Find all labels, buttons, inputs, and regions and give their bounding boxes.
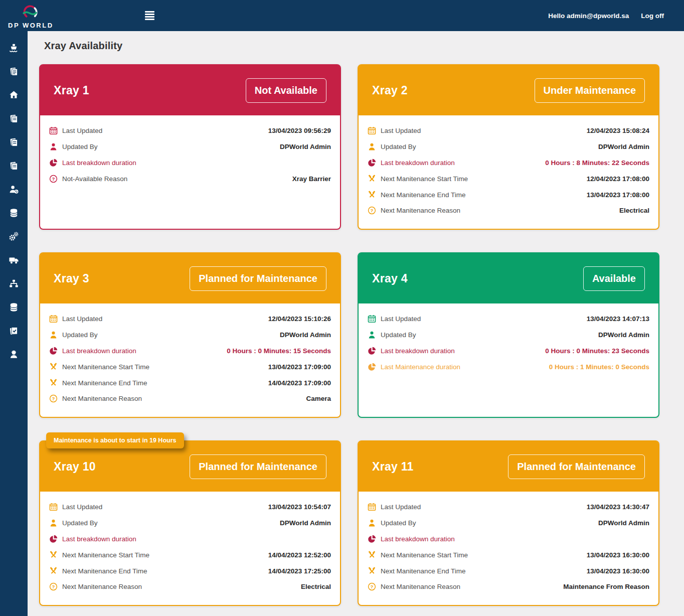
- menu-toggle-button[interactable]: [142, 8, 157, 23]
- field-value: Camera: [306, 395, 331, 402]
- field-value: 13/04/2023 16:30:00: [587, 551, 649, 559]
- documents-icon[interactable]: [7, 135, 21, 149]
- greeting-link[interactable]: Hello admin@dpworld.sa: [548, 12, 629, 20]
- user-icon: [368, 142, 376, 151]
- card-field-row: Next Manitenance End Time 14/04/2023 17:…: [49, 375, 331, 391]
- tools-icon: [49, 363, 58, 371]
- field-value: DPWorld Admin: [598, 143, 649, 150]
- question-circle-icon: ?: [49, 394, 58, 403]
- question-circle-icon: ?: [49, 175, 58, 183]
- card-title: Xray 11: [372, 460, 414, 474]
- card-field-row: Last breakdown duration: [368, 531, 649, 547]
- card-field-row: Updated By DPWorld Admin: [368, 515, 649, 531]
- card-field-row: Last breakdown duration 0 Hours : 0 Minu…: [368, 343, 649, 359]
- gears-icon[interactable]: [7, 230, 21, 243]
- status-badge: Planned for Maintenance: [190, 454, 326, 479]
- calendar-icon: [368, 315, 376, 323]
- documents-icon[interactable]: [7, 112, 21, 125]
- xray-card-xray-2: Xray 2 Under Maintenance Last Updated 12…: [358, 64, 659, 230]
- sidebar-nav: [0, 31, 28, 616]
- card-header: Xray 4 Available: [359, 253, 658, 303]
- card-field-row: Last Updated 12/04/2023 15:08:24: [368, 123, 649, 139]
- sitemap-icon[interactable]: [7, 277, 21, 290]
- pie-chart-icon: [368, 159, 376, 167]
- card-field-row: Updated By DPWorld Admin: [368, 139, 649, 155]
- xray-card-xray-1: Xray 1 Not Available Last Updated 13/04/…: [39, 64, 341, 230]
- user-edit-icon[interactable]: [7, 183, 21, 196]
- field-value: DPWorld Admin: [280, 519, 331, 527]
- svg-text:?: ?: [371, 208, 374, 213]
- xray-card-xray-3: Xray 3 Planned for Maintenance Last Upda…: [39, 252, 341, 418]
- pie-chart-icon: [368, 535, 376, 543]
- field-label: Next Manitenance End Time: [381, 567, 466, 575]
- news-pages-icon[interactable]: [7, 65, 21, 78]
- field-label: Next Manitenance Reason: [62, 583, 142, 590]
- home-icon[interactable]: [7, 88, 21, 102]
- field-value: 0 Hours : 0 Minutes: 15 Seconds: [227, 347, 331, 355]
- documents-icon[interactable]: [7, 159, 21, 173]
- svg-text:?: ?: [371, 584, 374, 589]
- field-value: 12/04/2023 15:08:24: [587, 127, 649, 134]
- field-value: DPWorld Admin: [280, 143, 331, 150]
- field-value: 0 Hours : 0 Minutes: 23 Seconds: [545, 347, 649, 355]
- field-value: 14/04/2023 17:09:00: [268, 379, 331, 387]
- field-value: 0 Hours : 1 Minutes: 0 Seconds: [549, 363, 649, 371]
- database-icon[interactable]: [7, 300, 21, 314]
- logoff-link[interactable]: Log off: [641, 12, 664, 20]
- truck-icon[interactable]: [7, 253, 21, 267]
- user-icon: [368, 331, 376, 339]
- card-body: Last Updated 13/04/2023 09:56:29 Updated…: [40, 115, 340, 192]
- card-header: Xray 3 Planned for Maintenance: [40, 253, 340, 303]
- field-label: Next Manitenance End Time: [381, 191, 466, 199]
- page-title: Xray Availability: [44, 40, 659, 52]
- main-layout: Xray Availability Xray 1 Not Available L…: [0, 31, 684, 616]
- ship-icon[interactable]: [7, 41, 21, 55]
- calendar-icon: [368, 503, 376, 511]
- field-label: Next Manitenance Start Time: [381, 551, 468, 559]
- field-label: Last Updated: [381, 503, 421, 511]
- field-label: Next Manitenance Reason: [62, 395, 142, 402]
- field-value: DPWorld Admin: [598, 331, 649, 339]
- xray-cards-grid: Xray 1 Not Available Last Updated 13/04/…: [39, 64, 659, 606]
- status-badge: Not Available: [246, 78, 326, 103]
- card-body: Last Updated 13/04/2023 14:07:13 Updated…: [359, 303, 658, 380]
- field-value: 13/04/2023 17:09:00: [268, 363, 331, 371]
- database-icon[interactable]: [7, 206, 21, 220]
- calendar-icon: [49, 503, 58, 511]
- user-icon: [49, 331, 58, 339]
- field-label: Last Maintenance duration: [381, 363, 460, 371]
- card-field-row: Last breakdown duration 0 Hours : 0 Minu…: [49, 343, 331, 359]
- card-body: Last Updated 13/04/2023 10:54:07 Updated…: [40, 492, 340, 600]
- card-field-row: Next Manitenance Start Time 14/04/2023 1…: [49, 547, 331, 563]
- tools-icon: [368, 567, 376, 575]
- field-value: Xray Barrier: [292, 175, 331, 183]
- svg-text:?: ?: [52, 584, 55, 589]
- field-label: Last breakdown duration: [62, 159, 136, 167]
- card-field-row: Updated By DPWorld Admin: [368, 327, 649, 343]
- content-area: Xray Availability Xray 1 Not Available L…: [28, 31, 684, 616]
- card-field-row: Updated By DPWorld Admin: [49, 515, 331, 531]
- field-value: 0 Hours : 8 Minutes: 22 Seconds: [545, 159, 649, 167]
- navbar-user-links: Hello admin@dpworld.sa Log off: [548, 12, 664, 20]
- card-field-row: Updated By DPWorld Admin: [49, 327, 331, 343]
- dpworld-swirl-icon: [20, 3, 41, 23]
- brand-name: DP WORLD: [8, 22, 54, 29]
- question-circle-icon: ?: [49, 582, 58, 591]
- brand-logo[interactable]: DP WORLD: [8, 3, 54, 29]
- xray-card-xray-10: Maintenance is about to start in 19 Hour…: [39, 440, 341, 606]
- card-field-row: Last Maintenance duration 0 Hours : 1 Mi…: [368, 359, 649, 375]
- card-field-row: Next Manitenance Start Time 13/04/2023 1…: [368, 547, 649, 563]
- field-label: Next Manitenance End Time: [62, 567, 147, 575]
- xray-card-xray-11: Xray 11 Planned for Maintenance Last Upd…: [358, 440, 659, 606]
- status-badge: Available: [583, 266, 645, 291]
- field-value: 13/04/2023 14:30:47: [587, 503, 649, 511]
- tools-icon: [368, 191, 376, 199]
- checklist-icon[interactable]: [7, 324, 21, 338]
- card-title: Xray 10: [54, 460, 96, 474]
- status-badge: Planned for Maintenance: [190, 266, 326, 291]
- maintenance-tooltip: Maintenance is about to start in 19 Hour…: [46, 432, 184, 448]
- hamburger-icon: [145, 11, 154, 20]
- operator-icon[interactable]: [7, 348, 21, 361]
- field-value: 12/04/2023 17:08:00: [587, 175, 649, 183]
- field-label: Next Manitenance Reason: [381, 207, 460, 214]
